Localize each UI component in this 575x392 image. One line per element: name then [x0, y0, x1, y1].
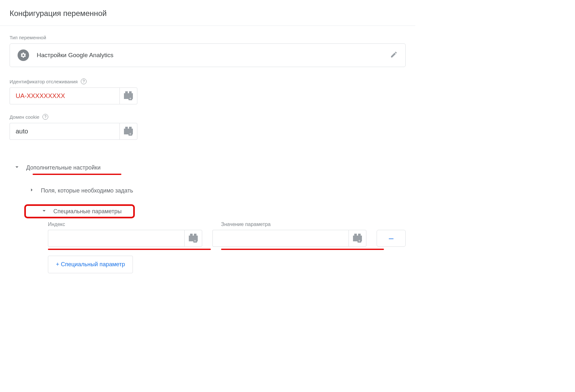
- column-header-index: Индекс: [48, 222, 211, 227]
- dimension-value-input[interactable]: [212, 230, 349, 247]
- variable-type-label: Тип переменной: [10, 35, 406, 40]
- section-label: Дополнительные настройки: [26, 164, 101, 171]
- brick-plus-icon: [189, 236, 198, 241]
- section-custom-dimensions[interactable]: Специальные параметры: [53, 208, 122, 215]
- gear-icon: [18, 49, 29, 61]
- edit-icon[interactable]: [390, 51, 398, 60]
- section-label: Поля, которые необходимо задать: [41, 187, 133, 194]
- chevron-down-icon: [41, 207, 48, 215]
- section-fields-to-set[interactable]: Поля, которые необходимо задать: [10, 182, 406, 199]
- insert-variable-button[interactable]: [119, 123, 137, 140]
- annotation-underline-row: [48, 247, 406, 250]
- insert-variable-button[interactable]: [184, 230, 202, 247]
- brick-plus-icon: [124, 129, 133, 134]
- variable-type-card[interactable]: Настройки Google Analytics: [10, 43, 406, 67]
- help-icon[interactable]: ?: [81, 79, 87, 84]
- cookie-domain-label: Домен cookie ?: [10, 114, 406, 120]
- annotation-underline: [33, 174, 121, 175]
- brick-plus-icon: [353, 236, 362, 241]
- tracking-id-label: Идентификатор отслеживания ?: [10, 79, 406, 84]
- annotation-box: Специальные параметры: [24, 204, 135, 218]
- custom-dimension-row: –: [48, 230, 406, 247]
- insert-variable-button[interactable]: [119, 87, 137, 104]
- chevron-down-icon: [13, 163, 20, 172]
- tracking-id-input[interactable]: [10, 87, 119, 104]
- add-custom-dimension-button[interactable]: + Специальный параметр: [48, 256, 133, 273]
- dimension-index-input[interactable]: [48, 230, 184, 247]
- column-header-value: Значение параметра: [221, 222, 384, 227]
- remove-row-button[interactable]: –: [377, 230, 406, 247]
- insert-variable-button[interactable]: [349, 230, 366, 247]
- brick-plus-icon: [124, 93, 133, 99]
- variable-type-name: Настройки Google Analytics: [37, 52, 382, 59]
- cookie-domain-input[interactable]: [10, 123, 119, 140]
- chevron-right-icon: [28, 186, 35, 195]
- help-icon[interactable]: ?: [42, 114, 48, 120]
- page-title: Конфигурация переменной: [0, 0, 415, 26]
